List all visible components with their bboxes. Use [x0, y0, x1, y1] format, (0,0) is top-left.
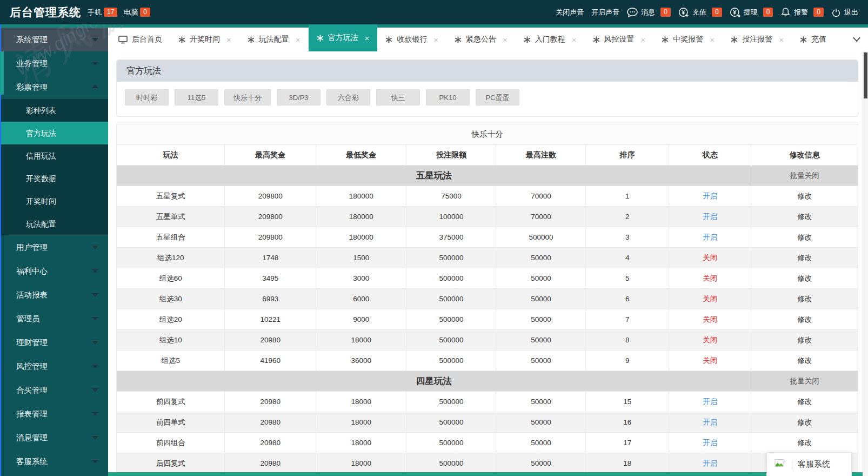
close-icon[interactable]: × — [710, 35, 715, 44]
edit-link[interactable]: 修改 — [751, 268, 858, 289]
tab-draw-time[interactable]: 开奖时间 × — [170, 28, 239, 51]
status-toggle-link[interactable]: 关闭 — [669, 309, 751, 330]
sidebar-item-user[interactable]: 用户管理 — [0, 235, 108, 259]
game-button[interactable]: 六合彩 — [326, 89, 370, 105]
game-button[interactable]: PK10 — [426, 89, 470, 105]
sidebar-item-message[interactable]: 消息管理 — [0, 426, 108, 449]
cell: 50000 — [496, 289, 586, 309]
customer-service-widget[interactable]: 客服系统 — [766, 452, 852, 476]
status-toggle-link[interactable]: 开启 — [669, 392, 751, 412]
edit-link[interactable]: 修改 — [751, 227, 858, 248]
close-icon[interactable]: × — [365, 34, 370, 43]
close-icon[interactable]: × — [433, 35, 438, 44]
gear-icon — [800, 36, 807, 43]
tabstrip: 后台首页 开奖时间 × 玩法配置 × 官方玩法 × 收款银行 × 紧急公告 × … — [108, 28, 868, 51]
cell: 2 — [586, 207, 669, 227]
tab-tutorial[interactable]: 入门教程 × — [516, 28, 585, 51]
sidebar-item-group-buy[interactable]: 合买管理 — [0, 378, 108, 402]
close-icon[interactable]: × — [779, 35, 784, 44]
sidebar-item-welfare[interactable]: 福利中心 — [0, 259, 108, 283]
bulk-close-button[interactable]: 批量关闭 — [751, 166, 858, 186]
sidebar-item-finance[interactable]: 理财管理 — [0, 330, 108, 354]
cell: 8 — [586, 330, 669, 351]
sound-on-button[interactable]: 开启声音 — [591, 8, 619, 17]
sidebar-item-service[interactable]: 客服系统 — [0, 449, 108, 473]
alarm-button[interactable]: 报警0 — [780, 7, 824, 17]
sidebar-subitem-draw-data[interactable]: 开奖数据 — [0, 167, 108, 190]
tab-recharge[interactable]: 充值 — [792, 28, 834, 51]
sidebar-subitem-lottery-list[interactable]: 彩种列表 — [0, 99, 108, 122]
table-row: 组选20102219000500000500007关闭修改 — [117, 309, 858, 330]
status-toggle-link[interactable]: 开启 — [669, 227, 751, 248]
sidebar-subitem-credit-play[interactable]: 信用玩法 — [0, 144, 108, 167]
bulk-close-button[interactable]: 批量关闭 — [751, 371, 858, 392]
status-toggle-link[interactable]: 关闭 — [669, 268, 751, 289]
edit-link[interactable]: 修改 — [751, 392, 858, 412]
sidebar-subitem-draw-time[interactable]: 开奖时间 — [0, 190, 108, 213]
tab-official-play[interactable]: 官方玩法 × — [309, 24, 378, 51]
game-button[interactable]: 11选5 — [175, 89, 218, 105]
cell: 20980 — [225, 453, 316, 474]
status-toggle-link[interactable]: 关闭 — [669, 248, 751, 268]
status-toggle-link[interactable]: 开启 — [669, 453, 751, 474]
recharge-button[interactable]: 充值0 — [678, 7, 722, 18]
game-button[interactable]: PC蛋蛋 — [476, 89, 519, 105]
status-toggle-link[interactable]: 开启 — [669, 433, 751, 453]
recharge-badge: 0 — [712, 8, 722, 17]
cell: 500000 — [406, 248, 496, 268]
logout-button[interactable]: 退出 — [831, 8, 858, 17]
cell: 18000 — [316, 330, 406, 351]
scrollbar-thumb[interactable] — [864, 52, 867, 98]
edit-link[interactable]: 修改 — [751, 433, 858, 453]
edit-link[interactable]: 修改 — [751, 289, 858, 309]
sidebar-item-label: 福利中心 — [16, 267, 48, 275]
close-icon[interactable]: × — [226, 35, 231, 44]
withdraw-button[interactable]: 提现0 — [730, 7, 773, 18]
status-toggle-link[interactable]: 关闭 — [669, 330, 751, 351]
tab-bank[interactable]: 收款银行 × — [377, 28, 446, 51]
tab-bet-alarm[interactable]: 投注报警 × — [723, 28, 792, 51]
edit-link[interactable]: 修改 — [751, 309, 858, 330]
edit-link[interactable]: 修改 — [751, 330, 858, 351]
sidebar-item-activity-report[interactable]: 活动报表 — [0, 283, 108, 307]
sidebar-item-business[interactable]: 业务管理 — [0, 51, 108, 75]
status-toggle-link[interactable]: 关闭 — [669, 351, 751, 371]
header-status-items: 消息0充值0提现0报警0退出 — [627, 7, 858, 18]
edit-link[interactable]: 修改 — [751, 412, 858, 433]
sidebar-item-report[interactable]: 报表管理 — [0, 402, 108, 426]
sidebar-item-admin[interactable]: 管理员 — [0, 307, 108, 330]
edit-link[interactable]: 修改 — [751, 351, 858, 371]
app-title: 后台管理系统 — [10, 5, 81, 20]
tab-win-alarm[interactable]: 中奖报警 × — [653, 28, 723, 51]
edit-link[interactable]: 修改 — [751, 248, 858, 268]
game-button[interactable]: 3D/P3 — [277, 89, 321, 105]
vertical-scrollbar[interactable] — [863, 51, 868, 476]
tab-notice[interactable]: 紧急公告 × — [446, 28, 516, 51]
sidebar-item-label: 消息管理 — [16, 433, 48, 442]
close-icon[interactable]: × — [296, 35, 301, 44]
sidebar-item-risk[interactable]: 风控管理 — [0, 354, 108, 378]
close-icon[interactable]: × — [641, 35, 646, 44]
game-button[interactable]: 时时彩 — [125, 89, 169, 105]
edit-link[interactable]: 修改 — [751, 207, 858, 227]
game-button[interactable]: 快乐十分 — [224, 89, 271, 105]
tab-play-config[interactable]: 玩法配置 × — [239, 28, 309, 51]
sidebar-item-lottery[interactable]: 彩票管理 — [0, 75, 108, 99]
game-button[interactable]: 快三 — [376, 89, 420, 105]
tab-risk-setting[interactable]: 风控设置 × — [585, 28, 654, 51]
status-toggle-link[interactable]: 开启 — [669, 412, 751, 433]
close-icon[interactable]: × — [572, 35, 577, 44]
sidebar-subitem-play-config[interactable]: 玩法配置 — [0, 213, 108, 235]
status-toggle-link[interactable]: 关闭 — [669, 289, 751, 309]
tab-home[interactable]: 后台首页 — [110, 28, 170, 51]
edit-link[interactable]: 修改 — [751, 186, 858, 207]
status-toggle-link[interactable]: 开启 — [669, 207, 751, 227]
sidebar-subitem-official-play[interactable]: 官方玩法 — [0, 122, 108, 144]
messages-button[interactable]: 消息0 — [627, 8, 671, 17]
close-icon[interactable]: × — [503, 35, 508, 44]
status-toggle-link[interactable]: 开启 — [669, 186, 751, 207]
sound-off-button[interactable]: 关闭声音 — [556, 8, 584, 17]
sidebar-item-system[interactable]: 系统管理 — [0, 28, 108, 51]
table-row: 五星复式20980018000075000700001开启修改 — [117, 186, 858, 207]
table-row: 组选12017481500500000500004关闭修改 — [117, 248, 858, 268]
